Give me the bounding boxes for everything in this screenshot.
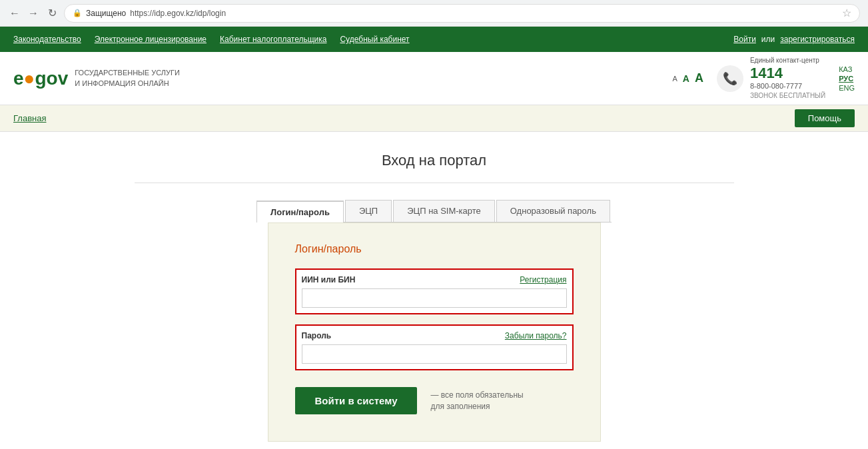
contact-center: 📞 Единый контакт-центр 1414 8-800-080-77… bbox=[717, 56, 825, 101]
phone-icon: 📞 bbox=[717, 65, 743, 92]
login-card-title: Логин/пароль bbox=[295, 243, 574, 255]
contact-title: Единый контакт-центр bbox=[750, 56, 825, 65]
font-large-button[interactable]: А bbox=[695, 71, 703, 85]
main-content: Вход на портал Логин/пароль ЭЦП ЭЦП на S… bbox=[0, 132, 868, 449]
browser-chrome: ← → ↻ 🔒 Защищено https://idp.egov.kz/idp… bbox=[0, 0, 868, 27]
page-title: Вход на портал bbox=[13, 152, 855, 169]
logo-subtitle: ГОСУДАРСТВЕННЫЕ УСЛУГИ И ИНФОРМАЦИЯ ОНЛА… bbox=[75, 68, 180, 89]
address-bar[interactable]: 🔒 Защищено https://idp.egov.kz/idp/login… bbox=[64, 4, 860, 23]
lang-rus[interactable]: РУС bbox=[839, 75, 855, 83]
iin-field-group: ИИН или БИН Регистрация bbox=[295, 268, 574, 314]
password-field-box: Пароль Забыли пароль? bbox=[295, 324, 574, 370]
back-button[interactable]: ← bbox=[8, 7, 21, 20]
bookmark-button[interactable]: ☆ bbox=[842, 7, 851, 19]
register-link[interactable]: зарегистрироваться bbox=[780, 35, 855, 44]
logo-area: e●gov ГОСУДАРСТВЕННЫЕ УСЛУГИ И ИНФОРМАЦИ… bbox=[13, 68, 180, 89]
tab-ecp-sim[interactable]: ЭЦП на SIM-карте bbox=[393, 200, 495, 222]
iin-field-box: ИИН или БИН Регистрация bbox=[295, 268, 574, 314]
password-label: Пароль bbox=[302, 331, 332, 340]
font-small-button[interactable]: А bbox=[672, 75, 677, 83]
top-nav-links: Законодательство Электронное лицензирова… bbox=[13, 35, 733, 44]
title-divider bbox=[135, 183, 734, 183]
login-actions: Войти в систему — все поля обязательныдл… bbox=[295, 387, 574, 414]
login-button[interactable]: Войти в систему bbox=[295, 387, 418, 414]
login-link[interactable]: Войти bbox=[733, 35, 756, 44]
logo-gov: gov bbox=[35, 68, 69, 89]
tabs: Логин/пароль ЭЦП ЭЦП на SIM-карте Однора… bbox=[256, 200, 612, 223]
top-nav: Законодательство Электронное лицензирова… bbox=[0, 27, 868, 52]
forgot-password-link[interactable]: Забыли пароль? bbox=[505, 331, 567, 340]
iin-field-header: ИИН или БИН Регистрация bbox=[302, 275, 567, 284]
tab-login-password[interactable]: Логин/пароль bbox=[256, 201, 344, 223]
contact-number: 1414 bbox=[750, 65, 825, 81]
lang-kaz[interactable]: КАЗ bbox=[839, 65, 855, 73]
iin-input[interactable] bbox=[302, 288, 567, 308]
tabs-wrapper: Логин/пароль ЭЦП ЭЦП на SIM-карте Однора… bbox=[201, 200, 667, 442]
breadcrumb-home[interactable]: Главная bbox=[13, 113, 46, 123]
logo[interactable]: e●gov bbox=[13, 68, 68, 89]
lang-eng[interactable]: ENG bbox=[839, 84, 855, 92]
refresh-button[interactable]: ↻ bbox=[45, 7, 59, 20]
font-medium-button[interactable]: А bbox=[683, 73, 689, 84]
subtitle-line1: ГОСУДАРСТВЕННЫЕ УСЛУГИ bbox=[75, 68, 180, 78]
top-nav-legislation[interactable]: Законодательство bbox=[13, 35, 81, 44]
header-right: А А А 📞 Единый контакт-центр 1414 8-800-… bbox=[672, 56, 855, 101]
logo-dot: ● bbox=[24, 68, 35, 89]
lock-icon: 🔒 bbox=[73, 9, 82, 17]
font-size-controls: А А А bbox=[672, 71, 703, 85]
top-nav-taxpayer[interactable]: Кабинет налогоплательщика bbox=[220, 35, 326, 44]
required-note: — все поля обязательныдля заполнения bbox=[430, 390, 523, 412]
password-field-group: Пароль Забыли пароль? bbox=[295, 324, 574, 370]
auth-separator: или bbox=[761, 35, 775, 44]
top-nav-court[interactable]: Судебный кабинет bbox=[340, 35, 409, 44]
login-area: Логин/пароль ИИН или БИН Регистрация bbox=[201, 223, 667, 442]
tabs-row: Логин/пароль ЭЦП ЭЦП на SIM-карте Однора… bbox=[201, 200, 667, 223]
tab-ecp[interactable]: ЭЦП bbox=[345, 200, 392, 222]
url-text: https://idp.egov.kz/idp/login bbox=[130, 9, 226, 18]
top-nav-auth: Войти или зарегистрироваться bbox=[733, 35, 855, 44]
top-nav-licensing[interactable]: Электронное лицензирование bbox=[95, 35, 207, 44]
register-link[interactable]: Регистрация bbox=[520, 275, 566, 284]
site-header: e●gov ГОСУДАРСТВЕННЫЕ УСЛУГИ И ИНФОРМАЦИ… bbox=[0, 52, 868, 105]
logo-e: e bbox=[13, 68, 24, 89]
language-switcher: КАЗ РУС ENG bbox=[839, 65, 855, 92]
help-button[interactable]: Помощь bbox=[795, 109, 855, 127]
subtitle-line2: И ИНФОРМАЦИЯ ОНЛАЙН bbox=[75, 79, 180, 89]
secondary-nav: Главная Помощь bbox=[0, 105, 868, 132]
forward-button[interactable]: → bbox=[27, 7, 40, 20]
iin-label: ИИН или БИН bbox=[302, 275, 356, 284]
contact-info: Единый контакт-центр 1414 8-800-080-7777… bbox=[750, 56, 825, 101]
login-card: Логин/пароль ИИН или БИН Регистрация bbox=[268, 223, 601, 442]
tab-one-time[interactable]: Одноразовый пароль bbox=[496, 200, 610, 222]
contact-phone: 8-800-080-7777 bbox=[750, 81, 825, 91]
password-input[interactable] bbox=[302, 344, 567, 364]
secure-label: Защищено bbox=[86, 9, 126, 18]
password-field-header: Пароль Забыли пароль? bbox=[302, 331, 567, 340]
contact-note: ЗВОНОК БЕСПЛАТНЫЙ bbox=[750, 91, 825, 101]
